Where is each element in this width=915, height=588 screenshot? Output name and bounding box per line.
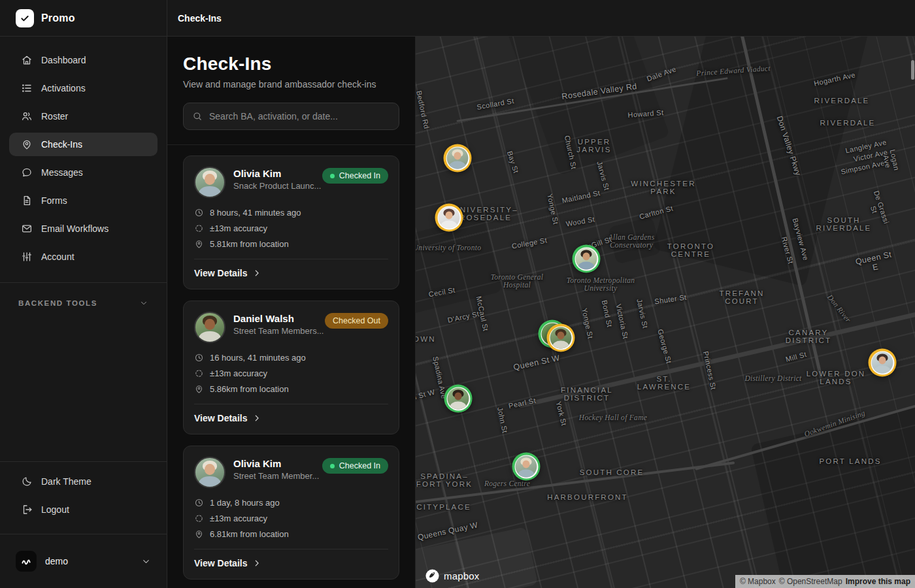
checkin-time-text: 8 hours, 41 minutes ago [210,208,301,218]
sidebar-item-email-workflows[interactable]: Email Workflows [9,217,158,240]
checkin-distance-text: 5.86km from location [210,384,289,394]
search-box[interactable] [183,103,399,130]
checkin-meta: 8 hours, 41 minutes ago±13m accuracy5.81… [194,208,388,249]
status-badge-label: Checked Out [333,316,380,325]
main-area: Check-Ins Check-Ins View and manage bran… [167,0,915,588]
checkin-distance-text: 6.81km from location [210,529,289,539]
status-dot [330,464,335,468]
marker-avatar [448,388,469,410]
marker-inner-ring [549,326,573,350]
sidebar-item-label: Messages [41,167,83,178]
list-icon [21,82,33,94]
sidebar-item-account[interactable]: Account [9,245,158,269]
pin-icon [194,384,204,394]
sidebar-item-check-ins[interactable]: Check-Ins [9,133,158,156]
checkin-card[interactable]: Olivia KimStreet Team Member...Checked I… [183,446,399,580]
card-divider [194,549,388,549]
target-icon [194,514,204,523]
checkin-distance: 6.81km from location [194,529,388,539]
chevron-down-icon [141,557,151,566]
sliders-icon [21,251,33,263]
attribution-osm-link[interactable]: © OpenStreetMap [779,577,842,586]
search-input[interactable] [209,111,390,122]
sidebar-item-dashboard[interactable]: Dashboard [9,48,158,72]
panel-header: Check-Ins View and manage brand ambassad… [167,37,415,145]
sidebar-header: Promo [0,0,167,37]
map-attribution: © Mapbox © OpenStreetMap Improve this ma… [735,575,915,588]
marker-inner-ring [574,247,598,270]
sidebar-item-messages[interactable]: Messages [9,161,158,184]
sidebar-item-activations[interactable]: Activations [9,76,158,100]
sidebar-item-label: Activations [41,83,86,93]
attribution-mapbox-link[interactable]: © Mapbox [740,577,776,586]
checkin-card-header: Olivia KimSnack Product Launc...Checked … [194,167,388,198]
checkin-accuracy-text: ±13m accuracy [210,514,267,523]
checkin-map-marker[interactable] [512,453,541,481]
status-badge-label: Checked In [339,171,380,180]
avatar-bod [552,340,569,348]
target-icon [194,368,204,378]
mapbox-logo[interactable]: mapbox [425,568,480,583]
marker-inner-ring [446,146,469,170]
view-details-label: View Details [194,413,247,423]
ba-name: Olivia Kim [233,458,314,469]
workspace-name: demo [45,556,133,566]
backend-tools-toggle[interactable]: BACKEND TOOLS [0,283,167,308]
card-divider [194,404,388,404]
checkin-accuracy-text: ±13m accuracy [210,223,267,233]
checkin-card[interactable]: Daniel WalshStreet Team Members...Checke… [183,301,399,434]
avatar-bod [578,261,594,269]
avatar-bod [450,401,466,409]
checkin-map-marker[interactable] [435,204,463,232]
checkin-meta: 1 day, 8 hours ago±13m accuracy6.81km fr… [194,498,388,539]
sidebar-item-logout[interactable]: Logout [9,498,158,521]
sidebar-item-label: Account [41,252,75,262]
mapbox-logo-icon [425,568,440,583]
checkin-map-marker[interactable] [573,245,601,273]
chevron-right-icon [252,414,261,423]
avatar-face [454,392,462,400]
checkin-card-identity: Olivia KimSnack Product Launc... [233,167,314,191]
chat-icon [21,167,33,178]
checkins-panel: Check-Ins View and manage brand ambassad… [167,37,416,588]
checkin-card[interactable]: Olivia KimSnack Product Launc...Checked … [183,155,399,289]
avatar-face [522,460,530,468]
workspace-switcher[interactable]: demo [0,534,167,588]
map[interactable]: mapbox © Mapbox © OpenStreetMap Improve … [416,37,915,588]
view-details-link[interactable]: View Details [194,413,388,423]
checkin-map-marker[interactable] [869,349,897,377]
checkin-map-marker[interactable] [444,385,473,413]
checkin-accuracy: ±13m accuracy [194,368,388,378]
avatar-bod [441,220,457,228]
sidebar-item-dark-theme[interactable]: Dark Theme [9,470,158,493]
status-badge: Checked In [322,168,388,184]
checkin-map-marker[interactable] [444,144,472,172]
avatar-face [205,319,215,330]
checkin-accuracy: ±13m accuracy [194,223,388,233]
sidebar-item-label: Logout [41,504,69,515]
marker-avatar [516,456,537,478]
page-title: Check-Ins [183,54,399,74]
avatar-bod [449,161,465,169]
activation-name: Snack Product Launc... [233,181,314,191]
avatar-face [454,152,461,160]
sidebar-item-roster[interactable]: Roster [9,105,158,128]
marker-avatar [872,352,893,374]
page-subtitle: View and manage brand ambassador check-i… [183,79,399,90]
improve-map-link[interactable]: Improve this map [846,577,910,586]
avatar-face [205,464,215,475]
marker-inner-ring [514,455,538,478]
chevron-down-icon [139,299,148,308]
sidebar-item-label: Roster [41,111,68,122]
workspace-logo-icon [16,551,37,572]
checkin-accuracy: ±13m accuracy [194,514,388,523]
pin-icon [194,529,204,539]
view-details-link[interactable]: View Details [194,558,388,568]
checkin-map-marker[interactable] [547,324,575,352]
scrollbar-thumb[interactable] [911,60,914,80]
sidebar-spacer [0,308,167,461]
sidebar-item-forms[interactable]: Forms [9,189,158,212]
checkin-card-list: Olivia KimSnack Product Launc...Checked … [167,145,415,588]
search-icon [192,111,203,122]
view-details-link[interactable]: View Details [194,268,388,278]
